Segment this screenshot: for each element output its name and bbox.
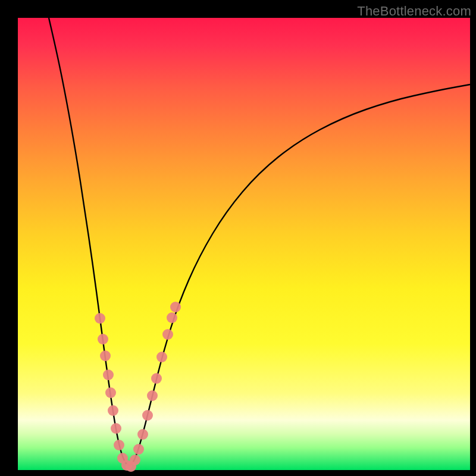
chart-container: TheBottleneck.com	[0, 0, 476, 476]
data-marker	[108, 405, 118, 416]
curve-group	[49, 18, 470, 465]
data-marker	[100, 350, 111, 361]
data-marker	[156, 352, 167, 362]
data-marker	[95, 313, 105, 324]
data-marker	[103, 369, 114, 380]
data-marker	[133, 444, 144, 455]
chart-svg	[0, 0, 476, 476]
data-marker	[114, 440, 124, 450]
data-marker	[105, 387, 116, 398]
data-marker	[111, 423, 121, 434]
watermark-text: TheBottleneck.com	[357, 4, 471, 19]
data-marker	[151, 373, 162, 384]
data-marker	[167, 312, 177, 323]
data-marker	[130, 455, 140, 465]
data-marker	[98, 334, 108, 345]
data-marker	[170, 302, 181, 312]
data-marker	[137, 429, 148, 440]
bottleneck-curve	[49, 18, 470, 465]
marker-group	[95, 302, 181, 472]
data-marker	[162, 329, 173, 340]
data-marker	[142, 410, 153, 421]
data-marker	[147, 390, 158, 401]
